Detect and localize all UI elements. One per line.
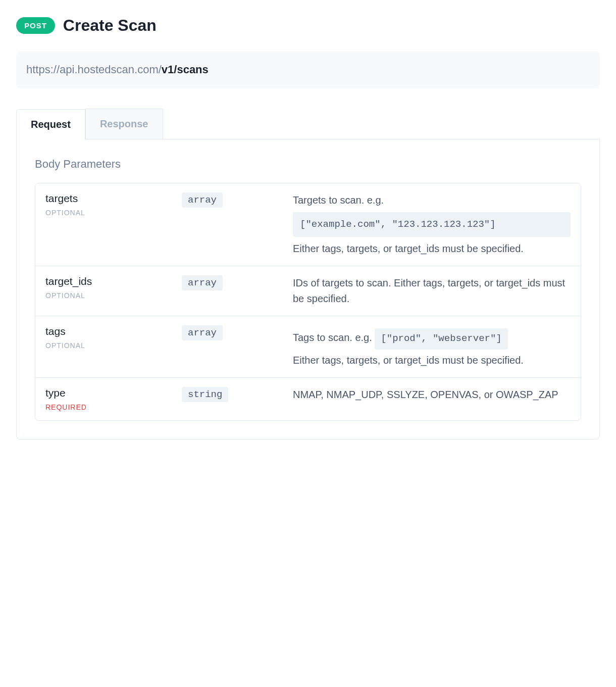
param-name-col: target_ids OPTIONAL: [45, 275, 172, 307]
tab-request[interactable]: Request: [16, 109, 85, 139]
param-name: type: [45, 387, 172, 399]
param-desc: Targets to scan. e.g. ["example.com", "1…: [293, 192, 571, 257]
param-name: target_ids: [45, 275, 172, 287]
param-type-badge: string: [182, 387, 228, 402]
tab-content-request: Body Parameters targets OPTIONAL array T…: [16, 139, 600, 439]
endpoint-header: POST Create Scan: [16, 16, 600, 35]
params-table: targets OPTIONAL array Targets to scan. …: [35, 183, 581, 421]
section-title-body-params: Body Parameters: [35, 158, 581, 171]
param-desc-text: Either tags, targets, or target_ids must…: [293, 243, 524, 254]
param-desc-code: ["example.com", "123.123.123.123"]: [293, 212, 571, 237]
param-desc-code: ["prod", "webserver"]: [375, 328, 507, 349]
url-base: https://api.hostedscan.com/: [26, 63, 162, 76]
param-row-targets: targets OPTIONAL array Targets to scan. …: [35, 183, 581, 266]
endpoint-title: Create Scan: [63, 16, 157, 35]
param-desc-text: Either tags, targets, or target_ids must…: [293, 355, 524, 366]
param-desc-text: Targets to scan. e.g.: [293, 194, 384, 206]
param-type-col: array: [182, 275, 283, 307]
tab-bar: Request Response: [16, 109, 600, 139]
param-type-badge: array: [182, 192, 223, 208]
param-desc: Tags to scan. e.g. ["prod", "webserver"]…: [293, 325, 571, 368]
param-required-label: OPTIONAL: [45, 209, 172, 217]
param-desc-text: NMAP, NMAP_UDP, SSLYZE, OPENVAS, or OWAS…: [293, 389, 558, 400]
endpoint-url: https://api.hostedscan.com/v1/scans: [16, 51, 600, 88]
param-row-tags: tags OPTIONAL array Tags to scan. e.g. […: [35, 316, 581, 377]
param-name-col: targets OPTIONAL: [45, 192, 172, 257]
param-type-col: array: [182, 192, 283, 257]
param-type-badge: array: [182, 325, 223, 340]
param-required-label: REQUIRED: [45, 403, 172, 411]
param-desc: NMAP, NMAP_UDP, SSLYZE, OPENVAS, or OWAS…: [293, 387, 571, 411]
param-name-col: type REQUIRED: [45, 387, 172, 411]
param-name: tags: [45, 325, 172, 337]
param-row-type: type REQUIRED string NMAP, NMAP_UDP, SSL…: [35, 378, 581, 420]
param-desc-text: Tags to scan. e.g.: [293, 332, 372, 343]
param-desc-text: IDs of targets to scan. Either tags, tar…: [293, 277, 565, 304]
param-name: targets: [45, 192, 172, 205]
param-row-target-ids: target_ids OPTIONAL array IDs of targets…: [35, 266, 581, 316]
tab-response[interactable]: Response: [85, 109, 163, 139]
param-required-label: OPTIONAL: [45, 341, 172, 350]
param-desc: IDs of targets to scan. Either tags, tar…: [293, 275, 571, 307]
param-name-col: tags OPTIONAL: [45, 325, 172, 368]
param-type-col: array: [182, 325, 283, 368]
param-required-label: OPTIONAL: [45, 291, 172, 300]
url-path: v1/scans: [162, 63, 209, 76]
http-method-badge: POST: [16, 17, 55, 34]
param-type-badge: array: [182, 275, 223, 290]
param-type-col: string: [182, 387, 283, 411]
